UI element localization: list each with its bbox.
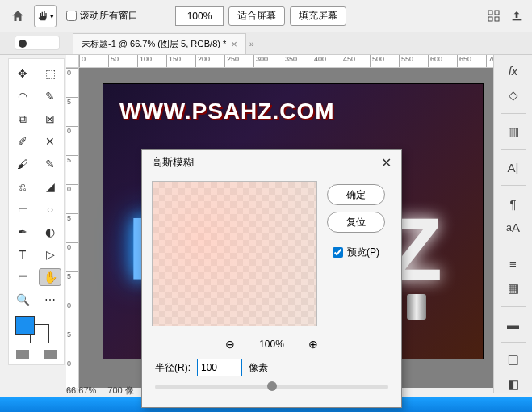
close-dialog-icon[interactable]: ✕ (381, 155, 392, 170)
preview-zoom-value: 100% (259, 338, 284, 350)
hand-tool[interactable]: ✋ (39, 268, 61, 286)
svg-rect-3 (495, 17, 499, 21)
channels-panel-icon[interactable]: ◧ (504, 376, 523, 393)
lasso-tool[interactable]: ◠ (11, 87, 34, 105)
zoom-out-icon[interactable]: ⊖ (225, 338, 235, 351)
scroll-all-checkbox-input[interactable] (66, 11, 77, 21)
quick-select-tool[interactable]: ✎ (39, 87, 61, 105)
status-info: 700 像 (107, 385, 133, 397)
ok-button[interactable]: 确定 (327, 184, 385, 205)
preview-checkbox[interactable]: 预览(P) (333, 246, 379, 259)
character-panel-icon[interactable]: A| (504, 159, 523, 175)
foreground-color[interactable] (15, 316, 35, 335)
radius-slider[interactable] (155, 385, 388, 389)
glyphs-panel-icon[interactable]: aA (504, 220, 523, 236)
eyedropper-tool[interactable]: ✐ (11, 132, 34, 150)
tool-preset-chip[interactable] (15, 36, 60, 50)
scroll-all-label: 滚动所有窗口 (80, 9, 138, 23)
svg-rect-1 (495, 11, 499, 15)
svg-rect-4 (513, 19, 522, 20)
brushes-panel-icon[interactable]: ≡ (504, 256, 523, 272)
paragraph-panel-icon[interactable]: ¶ (504, 195, 523, 212)
marquee-tool[interactable]: ⬚ (39, 65, 61, 82)
zoom-level-input[interactable] (175, 6, 224, 26)
clone-tool[interactable]: ⎌ (11, 178, 34, 195)
gradient-tool[interactable]: ▭ (11, 200, 34, 218)
fit-screen-button[interactable]: 适合屏幕 (228, 6, 285, 26)
rectangle-tool[interactable]: ▭ (11, 268, 34, 286)
vertical-ruler[interactable]: 05050505050 (66, 68, 79, 388)
pen-tool[interactable]: ✒ (11, 223, 34, 241)
metal-clip-right (407, 294, 426, 320)
home-button[interactable] (6, 5, 29, 27)
status-zoom: 66.67% (66, 385, 96, 395)
dodge-tool[interactable]: ◐ (39, 223, 61, 241)
frame-tool[interactable]: ⊠ (39, 110, 61, 128)
radius-control: 半径(R): 像素 (142, 355, 401, 380)
more-tools[interactable]: ⋯ (39, 291, 61, 309)
tab-overflow-icon[interactable]: » (249, 39, 254, 48)
document-tab-bar: 未标题-1 @ 66.7% (图层 5, RGB/8) * × » (0, 32, 532, 55)
dialog-title: 高斯模糊 (152, 155, 194, 170)
move-tool[interactable]: ✥ (11, 65, 34, 82)
watermark-text: WWW.PSAHZ.COM (119, 99, 335, 124)
radius-unit: 像素 (249, 361, 268, 375)
libraries-icon[interactable]: ▥ (504, 124, 523, 140)
info-panel-icon[interactable]: ◇ (504, 87, 523, 103)
brush-tool[interactable]: 🖌 (11, 155, 34, 173)
right-panel-strip: fx ◇ ▥ A| ¶ aA ≡ ▦ ▬ ❏ ◧ (493, 55, 532, 393)
horizontal-ruler[interactable]: 0501001502002503003504004505005506006507… (79, 55, 493, 68)
options-bar: ▾ 滚动所有窗口 适合屏幕 填充屏幕 (0, 0, 532, 32)
scroll-all-windows-checkbox[interactable]: 滚动所有窗口 (66, 9, 138, 23)
document-tab-title: 未标题-1 @ 66.7% (图层 5, RGB/8) * (82, 38, 226, 50)
crop-tool[interactable]: ⧉ (11, 110, 34, 128)
type-tool[interactable]: T (11, 246, 34, 263)
screen-mode-icon[interactable] (44, 350, 57, 359)
radius-input[interactable] (197, 359, 242, 376)
layers-panel-icon[interactable]: ❏ (504, 352, 523, 368)
blur-tool[interactable]: ○ (39, 200, 61, 218)
reset-button[interactable]: 复位 (327, 212, 385, 233)
svg-rect-2 (488, 17, 492, 21)
gaussian-blur-dialog: 高斯模糊 ✕ 确定 复位 预览(P) ⊖ 100% ⊕ 半径(R): 像素 (141, 149, 402, 408)
quick-mask-icon[interactable] (16, 350, 29, 359)
hand-tool-indicator[interactable]: ▾ (34, 5, 57, 27)
close-tab-icon[interactable]: × (231, 38, 237, 50)
fill-screen-button[interactable]: 填充屏幕 (290, 6, 346, 26)
preview-label: 预览(P) (347, 246, 379, 259)
gradient-panel-icon[interactable]: ▬ (504, 316, 523, 332)
status-bar: 66.67% 700 像 (66, 383, 134, 397)
swatches-panel-icon[interactable]: ▦ (504, 280, 523, 296)
pencil-tool[interactable]: ✎ (39, 155, 61, 173)
blur-preview[interactable] (152, 181, 317, 326)
toolbox: ✥⬚ ◠✎ ⧉⊠ ✐✕ 🖌✎ ⎌◢ ▭○ ✒◐ T▷ ▭✋ 🔍⋯ (8, 58, 65, 365)
path-select-tool[interactable]: ▷ (39, 246, 61, 263)
fx-panel-icon[interactable]: fx (504, 63, 523, 79)
dialog-titlebar[interactable]: 高斯模糊 ✕ (142, 150, 401, 174)
grid-icon[interactable] (485, 7, 503, 25)
color-swatches[interactable] (9, 311, 64, 348)
document-tab[interactable]: 未标题-1 @ 66.7% (图层 5, RGB/8) * × (73, 33, 246, 54)
share-icon[interactable] (508, 7, 526, 25)
svg-rect-0 (488, 11, 492, 15)
zoom-in-icon[interactable]: ⊕ (308, 338, 318, 351)
zoom-tool[interactable]: 🔍 (11, 291, 34, 309)
preview-zoom-controls: ⊖ 100% ⊕ (142, 333, 401, 355)
eraser-tool[interactable]: ◢ (39, 178, 61, 195)
preview-checkbox-input[interactable] (333, 247, 343, 258)
healing-tool[interactable]: ✕ (39, 132, 61, 150)
radius-label: 半径(R): (155, 361, 191, 375)
ruler-origin[interactable] (66, 55, 79, 68)
